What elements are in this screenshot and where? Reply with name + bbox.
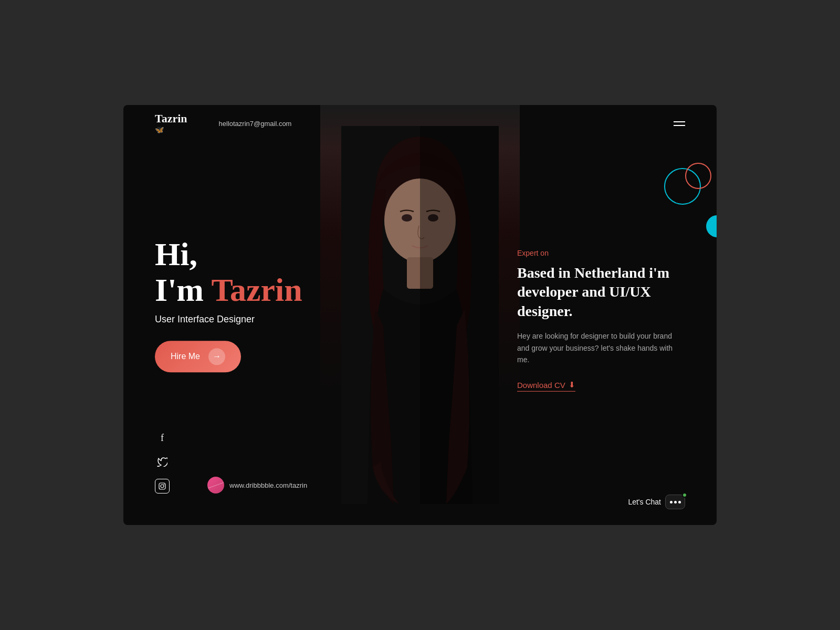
photo-area — [320, 105, 520, 525]
svg-point-8 — [161, 485, 164, 488]
right-heading: Based in Netherland i'm developer and UI… — [517, 264, 685, 321]
hire-btn-label: Hire Me — [171, 352, 200, 362]
chat-label: Let's Chat — [628, 498, 661, 506]
hire-me-button[interactable]: Hire Me → — [155, 341, 241, 373]
name-colored: Tazrin — [211, 272, 302, 308]
svg-point-4 — [402, 214, 412, 222]
header-email: hellotazrin7@gmail.com — [219, 120, 292, 128]
chat-dot-1 — [670, 501, 673, 503]
left-content: Hi, I'm Tazrin User Interface Designer H… — [155, 236, 302, 372]
dribbble-row: www.dribbbble.com/tazrin — [207, 477, 307, 494]
svg-rect-7 — [159, 483, 165, 489]
hamburger-line-2 — [674, 125, 685, 126]
right-description: Hey are looking for designer to build yo… — [517, 330, 685, 365]
circle-ring-red — [685, 163, 711, 189]
intro-prefix: I'm — [155, 272, 211, 308]
chat-dot-2 — [674, 501, 677, 503]
header: Tazrin 🦋 hellotazrin7@gmail.com — [123, 105, 717, 142]
twitter-icon[interactable] — [155, 455, 170, 469]
subtitle-text: User Interface Designer — [155, 314, 302, 326]
greeting-text: Hi, — [155, 236, 302, 272]
logo-text: Tazrin — [155, 113, 187, 124]
download-icon: ⬇ — [569, 380, 575, 390]
chat-dot-3 — [678, 501, 681, 503]
hire-arrow-icon: → — [208, 349, 225, 365]
chat-icon-wrap — [665, 495, 685, 509]
photo-silhouette — [320, 105, 520, 525]
download-cv-label: Download CV — [517, 381, 565, 390]
browser-frame: Tazrin 🦋 hellotazrin7@gmail.com Hi, I'm … — [123, 105, 717, 525]
chat-online-indicator — [682, 492, 687, 498]
instagram-icon[interactable] — [155, 479, 170, 494]
right-content: Expert on Based in Netherland i'm develo… — [517, 249, 685, 392]
expert-label: Expert on — [517, 249, 685, 257]
portrait-svg — [341, 126, 499, 504]
facebook-icon[interactable]: f — [155, 430, 170, 445]
facebook-label: f — [161, 433, 164, 444]
hamburger-menu[interactable] — [674, 121, 685, 126]
logo-bird-icon: 🦋 — [155, 125, 164, 134]
dribbble-ball-icon[interactable] — [207, 477, 224, 494]
social-icons: f — [155, 430, 170, 494]
hamburger-line-1 — [674, 121, 685, 122]
dribbble-url: www.dribbbble.com/tazrin — [229, 481, 307, 489]
download-cv-button[interactable]: Download CV ⬇ — [517, 380, 575, 392]
svg-point-9 — [164, 484, 165, 485]
logo-area: Tazrin 🦋 — [155, 113, 187, 134]
circle-solid-cyan — [706, 215, 717, 237]
name-line: I'm Tazrin — [155, 272, 302, 308]
chat-button[interactable]: Let's Chat — [628, 495, 685, 509]
